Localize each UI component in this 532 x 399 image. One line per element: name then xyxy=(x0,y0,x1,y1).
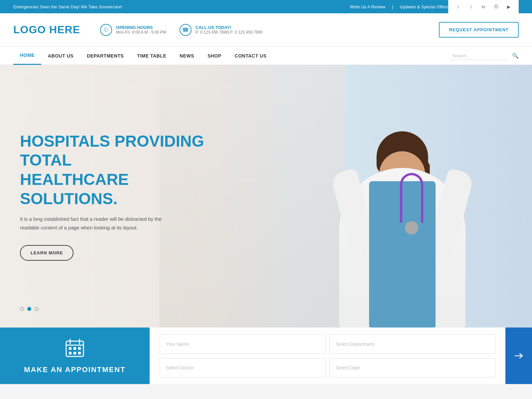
slider-dot-1[interactable] xyxy=(20,307,24,311)
youtube-icon[interactable]: ▶ xyxy=(504,2,513,11)
call-block: ☎ CALL US TODAY! P: 0 123 456 7890| F: 0… xyxy=(180,24,263,36)
social-icons:   in ⓒ ▶ xyxy=(448,0,519,13)
hero-subtitle: It is a long established fact that a rea… xyxy=(20,215,180,232)
logo-color: LOGO xyxy=(13,24,46,36)
nav-contact-us[interactable]: CONTACT US xyxy=(228,47,273,65)
navigation: HOME ABOUT US DEPARTMENTS TIME TABLE NEW… xyxy=(0,47,532,65)
svg-rect-5 xyxy=(73,347,76,350)
nav-search: 🔍 xyxy=(450,52,519,60)
appointment-title: MAKE AN APPOINTMENT xyxy=(24,365,125,374)
calendar-icon xyxy=(65,338,85,361)
nav-about-us[interactable]: ABOUT US xyxy=(41,47,80,65)
appointment-form xyxy=(150,328,505,384)
svg-rect-9 xyxy=(78,352,81,354)
appointment-submit-button[interactable] xyxy=(505,328,532,384)
facebook-icon[interactable]:  xyxy=(454,2,463,11)
slider-dot-3[interactable] xyxy=(35,307,39,311)
nav-links: HOME ABOUT US DEPARTMENTS TIME TABLE NEW… xyxy=(13,47,450,65)
nav-news[interactable]: NEWS xyxy=(173,47,201,65)
logo: LOGO HERE xyxy=(13,24,80,36)
top-bar-links: Write Us A Review | Updates & Special Of… xyxy=(350,4,448,9)
learn-more-button[interactable]: LEARN MORE xyxy=(20,245,73,261)
opening-hours-text: OPENING HOURS Mon-Fri: 8:00 A.M - 5:00 P… xyxy=(116,25,166,35)
hero-section: HOSPITALS PROVIDING TOTAL HEALTHCARE SOL… xyxy=(0,65,532,328)
search-icon[interactable]: 🔍 xyxy=(512,53,519,59)
name-input[interactable] xyxy=(160,334,326,354)
hero-title: HOSPITALS PROVIDING TOTAL HEALTHCARE SOL… xyxy=(20,132,213,208)
call-text: CALL US TODAY! P: 0 123 456 7890| F: 0 1… xyxy=(196,25,263,35)
slider-dots xyxy=(20,307,39,311)
divider: | xyxy=(392,4,393,9)
svg-rect-4 xyxy=(69,347,71,350)
date-input[interactable] xyxy=(330,358,495,377)
twitter-icon[interactable]:  xyxy=(466,2,475,11)
offers-link[interactable]: Updates & Special Offers xyxy=(400,4,448,9)
phone-icon: ☎ xyxy=(180,24,192,36)
svg-rect-8 xyxy=(73,352,76,354)
hero-content: HOSPITALS PROVIDING TOTAL HEALTHCARE SOL… xyxy=(0,132,233,261)
appointment-left-panel: MAKE AN APPOINTMENT xyxy=(0,328,150,384)
header-info: ⏲ OPENING HOURS Mon-Fri: 8:00 A.M - 5:00… xyxy=(100,22,519,38)
nav-departments[interactable]: DEPARTMENTS xyxy=(80,47,130,65)
department-input[interactable] xyxy=(330,334,495,354)
svg-rect-6 xyxy=(78,347,81,350)
nav-time-table[interactable]: TIME TABLE xyxy=(130,47,173,65)
doctor-input[interactable] xyxy=(160,358,326,377)
instagram-icon[interactable]: ⓒ xyxy=(491,2,501,11)
search-input[interactable] xyxy=(450,52,509,60)
top-bar: Emergencies Seen the Same Day! We Take S… xyxy=(0,0,532,13)
clock-icon: ⏲ xyxy=(100,24,112,36)
svg-rect-7 xyxy=(69,352,71,354)
top-bar-emergency: Emergencies Seen the Same Day! We Take S… xyxy=(13,4,350,9)
appointment-section: MAKE AN APPOINTMENT xyxy=(0,328,532,384)
nav-home[interactable]: HOME xyxy=(13,47,41,65)
request-appointment-button[interactable]: REQUEST APPOINTMENT xyxy=(439,22,519,38)
linkedin-icon[interactable]: in xyxy=(479,2,488,11)
opening-hours-block: ⏲ OPENING HOURS Mon-Fri: 8:00 A.M - 5:00… xyxy=(100,24,166,36)
slider-dot-2[interactable] xyxy=(27,307,31,311)
nav-shop[interactable]: SHOP xyxy=(201,47,228,65)
header: LOGO HERE ⏲ OPENING HOURS Mon-Fri: 8:00 … xyxy=(0,13,532,47)
review-link[interactable]: Write Us A Review xyxy=(350,4,385,9)
